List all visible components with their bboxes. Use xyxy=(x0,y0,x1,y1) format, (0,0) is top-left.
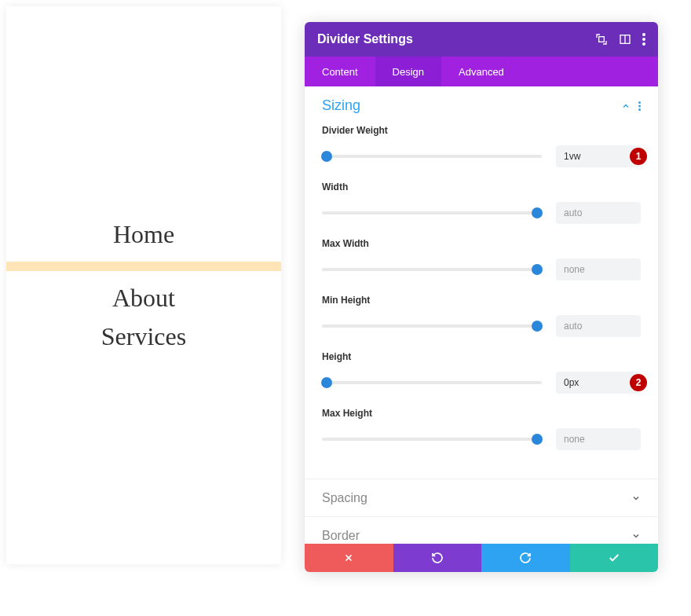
value-input[interactable]: auto xyxy=(556,315,641,337)
slider[interactable] xyxy=(322,155,542,158)
nav-item-home: Home xyxy=(113,215,174,254)
control-row: 1vw1 xyxy=(322,145,641,167)
footer-bar xyxy=(305,544,658,572)
chevron-up-icon[interactable] xyxy=(621,101,631,111)
tab-advanced[interactable]: Advanced xyxy=(441,57,521,86)
control-divider-weight: Divider Weight1vw1 xyxy=(322,125,641,167)
section-sizing-title: Sizing xyxy=(322,97,360,114)
svg-point-6 xyxy=(638,101,641,104)
value-input[interactable]: auto xyxy=(556,202,641,224)
value-input[interactable]: none xyxy=(556,258,641,280)
save-button[interactable] xyxy=(570,544,659,572)
svg-rect-0 xyxy=(599,37,605,42)
control-label: Divider Weight xyxy=(322,125,641,136)
section-title: Spacing xyxy=(322,491,367,505)
section-sizing-header[interactable]: Sizing xyxy=(322,97,641,114)
slider[interactable] xyxy=(322,438,542,441)
svg-point-5 xyxy=(642,42,645,46)
section-border[interactable]: Border xyxy=(305,516,658,544)
chevron-down-icon xyxy=(631,531,641,541)
control-row: auto xyxy=(322,315,641,337)
panel-title: Divider Settings xyxy=(317,32,413,46)
control-row: 0px2 xyxy=(322,372,641,394)
slider-thumb[interactable] xyxy=(532,321,543,332)
annotation-badge: 2 xyxy=(630,374,647,391)
control-height: Height0px2 xyxy=(322,351,641,394)
columns-icon[interactable] xyxy=(619,33,631,46)
control-max-height: Max Heightnone xyxy=(322,408,641,450)
control-label: Width xyxy=(322,182,641,192)
control-max-width: Max Widthnone xyxy=(322,238,641,280)
nav-item-services: Services xyxy=(101,317,186,356)
control-row: auto xyxy=(322,202,641,224)
control-label: Height xyxy=(322,351,641,362)
slider[interactable] xyxy=(322,381,542,384)
section-spacing[interactable]: Spacing xyxy=(305,478,658,516)
slider[interactable] xyxy=(322,268,542,271)
control-row: none xyxy=(322,258,641,280)
more-icon[interactable] xyxy=(642,33,645,46)
control-row: none xyxy=(322,428,641,450)
settings-header: Divider Settings xyxy=(305,22,658,57)
redo-button[interactable] xyxy=(481,544,570,572)
svg-point-3 xyxy=(642,33,645,36)
slider-thumb[interactable] xyxy=(321,377,332,388)
control-label: Min Height xyxy=(322,295,641,306)
section-title: Border xyxy=(322,529,360,543)
value-input[interactable]: 0px xyxy=(556,372,641,394)
slider[interactable] xyxy=(322,211,542,214)
tabs: Content Design Advanced xyxy=(305,57,658,86)
svg-point-4 xyxy=(642,38,645,41)
svg-point-7 xyxy=(638,104,641,107)
control-width: Widthauto xyxy=(322,182,641,224)
preview-panel: Home About Services xyxy=(6,6,281,564)
undo-button[interactable] xyxy=(393,544,482,572)
settings-body[interactable]: Sizing Divider Weight1vw1WidthautoMax Wi… xyxy=(305,86,658,544)
divider-preview xyxy=(6,262,281,271)
svg-point-8 xyxy=(638,108,641,111)
annotation-badge: 1 xyxy=(630,148,647,165)
slider[interactable] xyxy=(322,324,542,328)
cancel-button[interactable] xyxy=(305,544,393,572)
slider-thumb[interactable] xyxy=(532,264,543,275)
control-label: Max Width xyxy=(322,238,641,249)
control-min-height: Min Heightauto xyxy=(322,295,641,337)
value-input[interactable]: none xyxy=(556,428,641,450)
settings-panel: Divider Settings Content Design Advanced… xyxy=(305,22,658,572)
slider-thumb[interactable] xyxy=(321,151,332,162)
tab-content[interactable]: Content xyxy=(305,57,375,86)
header-icons xyxy=(595,33,645,46)
expand-icon[interactable] xyxy=(595,33,608,46)
nav-item-about: About xyxy=(112,279,175,317)
section-sizing: Sizing Divider Weight1vw1WidthautoMax Wi… xyxy=(305,86,658,478)
slider-thumb[interactable] xyxy=(532,207,543,218)
section-more-icon[interactable] xyxy=(638,101,641,112)
slider-thumb[interactable] xyxy=(532,434,543,445)
control-label: Max Height xyxy=(322,408,641,419)
value-input[interactable]: 1vw xyxy=(556,145,641,167)
tab-design[interactable]: Design xyxy=(375,57,441,86)
chevron-down-icon xyxy=(631,493,641,503)
